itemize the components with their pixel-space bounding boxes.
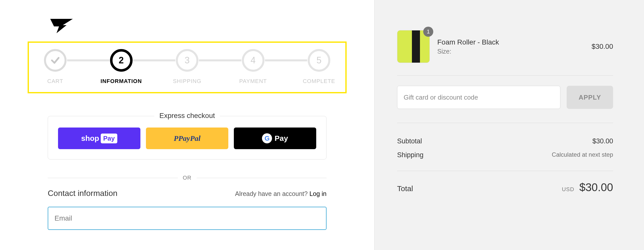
progress-connector: [133, 59, 176, 61]
account-prompt: Already have an account?: [235, 190, 309, 197]
step-cart[interactable]: CART: [41, 49, 69, 85]
step-label: PAYMENT: [239, 78, 267, 85]
or-text: OR: [183, 175, 192, 181]
shoppay-badge: Pay: [101, 134, 117, 143]
brand-logo[interactable]: [49, 18, 327, 35]
gpay-text: Pay: [275, 134, 288, 143]
total-label: Total: [397, 184, 413, 193]
email-input[interactable]: [55, 214, 320, 222]
shoppay-button[interactable]: shop Pay: [58, 128, 140, 149]
step-label: INFORMATION: [100, 78, 142, 85]
step-label: SHIPPING: [173, 78, 201, 85]
step-label: CART: [47, 78, 63, 85]
apply-button[interactable]: APPLY: [567, 86, 613, 109]
qty-badge: 1: [423, 27, 433, 37]
contact-heading: Contact information: [48, 189, 117, 198]
discount-input[interactable]: [397, 86, 560, 109]
paypal-p-icon: P: [174, 134, 178, 143]
progress-tracker: CART 2 INFORMATION 3 SHIPPING 4 PAYMENT: [28, 41, 347, 93]
shipping-label: Shipping: [397, 151, 423, 159]
login-link[interactable]: Log in: [309, 190, 327, 197]
cart-item: 1 Foam Roller - Black Size: $30.00: [397, 30, 613, 76]
progress-connector: [265, 59, 307, 61]
total-currency: USD: [562, 186, 574, 193]
checkout-main: CART 2 INFORMATION 3 SHIPPING 4 PAYMENT: [0, 0, 374, 250]
item-price: $30.00: [592, 43, 613, 51]
order-summary: 1 Foam Roller - Black Size: $30.00 APPLY…: [374, 0, 644, 250]
google-g-icon: G: [262, 133, 272, 143]
gpay-button[interactable]: G Pay: [234, 128, 316, 149]
step-information[interactable]: 2 INFORMATION: [108, 49, 135, 85]
check-icon: [50, 55, 60, 65]
progress-connector: [67, 59, 110, 61]
shipping-value: Calculated at next step: [552, 151, 613, 159]
step-shipping[interactable]: 3 SHIPPING: [173, 49, 201, 85]
progress-connector: [199, 59, 241, 61]
step-payment[interactable]: 4 PAYMENT: [239, 49, 267, 85]
express-checkout: Express checkout shop Pay P PayPal G Pay: [48, 116, 327, 159]
subtotal-value: $30.00: [592, 137, 613, 145]
paypal-text: PayPal: [178, 134, 200, 143]
or-divider: OR: [48, 175, 327, 181]
email-field[interactable]: [48, 207, 327, 230]
item-title: Foam Roller - Black: [437, 38, 592, 46]
total-value: $30.00: [579, 181, 613, 194]
shoppay-text: shop: [81, 134, 99, 143]
paypal-button[interactable]: P PayPal: [146, 128, 228, 149]
express-title: Express checkout: [154, 112, 220, 120]
svg-marker-0: [50, 19, 73, 33]
item-subtitle: Size:: [437, 48, 592, 55]
step-label: COMPLETE: [303, 78, 335, 85]
subtotal-label: Subtotal: [397, 137, 422, 145]
step-complete[interactable]: 5 COMPLETE: [305, 49, 333, 85]
